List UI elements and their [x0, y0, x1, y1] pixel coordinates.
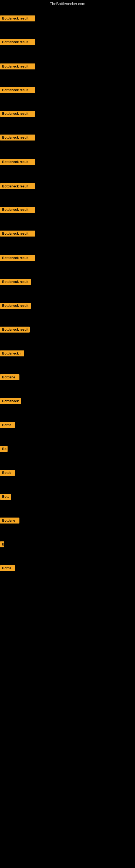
bottleneck-badge-container-8: Bottleneck result — [0, 183, 35, 190]
bottleneck-badge-container-17: Bottleneck — [0, 398, 21, 405]
bottleneck-result-badge[interactable]: Bottleneck result — [0, 87, 35, 93]
bottleneck-result-badge[interactable]: Bottleneck result — [0, 303, 31, 309]
bottleneck-result-badge[interactable]: Bottle — [0, 565, 15, 571]
bottleneck-badge-container-3: Bottleneck result — [0, 63, 35, 70]
bottleneck-result-badge[interactable]: Bottleneck result — [0, 39, 35, 45]
bottleneck-result-badge[interactable]: Bottleneck result — [0, 159, 35, 165]
bottleneck-result-badge[interactable]: Bottleneck result — [0, 111, 35, 117]
bottleneck-badge-container-10: Bottleneck result — [0, 230, 35, 238]
bottleneck-badge-container-21: Bott — [0, 494, 11, 501]
bottleneck-result-badge[interactable]: Bottleneck result — [0, 63, 35, 69]
bottleneck-badge-container-13: Bottleneck result — [0, 303, 31, 310]
bottleneck-result-badge[interactable]: Bott — [0, 494, 11, 500]
bottleneck-badge-container-4: Bottleneck result — [0, 87, 35, 94]
bottleneck-result-badge[interactable]: Bottleneck — [0, 398, 21, 404]
bottleneck-badge-container-14: Bottleneck result — [0, 327, 30, 334]
bottleneck-badge-container-20: Bottle — [0, 470, 15, 477]
bottleneck-badge-container-23: B — [0, 541, 4, 549]
bottleneck-badge-container-9: Bottleneck result — [0, 207, 35, 214]
bottleneck-result-badge[interactable]: Bottleneck result — [0, 134, 35, 141]
bottleneck-badge-container-7: Bottleneck result — [0, 159, 35, 166]
bottleneck-badge-container-1: Bottleneck result — [0, 16, 35, 23]
bottleneck-result-badge[interactable]: Bottleneck result — [0, 16, 35, 22]
bottleneck-result-badge[interactable]: Bottleneck r — [0, 350, 24, 356]
bottleneck-badge-container-22: Bottlene — [0, 518, 19, 525]
bottleneck-badge-container-12: Bottleneck result — [0, 279, 31, 286]
bottleneck-result-badge[interactable]: B — [0, 541, 4, 547]
bottleneck-result-badge[interactable]: Bottleneck result — [0, 207, 35, 213]
bottleneck-badge-container-19: Bo — [0, 446, 8, 453]
bottleneck-result-badge[interactable]: Bo — [0, 446, 8, 452]
bottleneck-badge-container-2: Bottleneck result — [0, 39, 35, 46]
bottleneck-badge-container-6: Bottleneck result — [0, 134, 35, 142]
bottleneck-badge-container-18: Bottle — [0, 422, 15, 429]
bottleneck-result-badge[interactable]: Bottleneck result — [0, 255, 35, 261]
bottleneck-badge-container-16: Bottlene — [0, 374, 19, 381]
bottleneck-result-badge[interactable]: Bottleneck result — [0, 327, 30, 333]
bottleneck-result-badge[interactable]: Bottlene — [0, 374, 19, 380]
bottleneck-result-badge[interactable]: Bottleneck result — [0, 279, 31, 285]
bottleneck-result-badge[interactable]: Bottleneck result — [0, 230, 35, 237]
bottleneck-badge-container-5: Bottleneck result — [0, 111, 35, 118]
bottleneck-result-badge[interactable]: Bottlene — [0, 518, 19, 524]
bottleneck-badge-container-24: Bottle — [0, 565, 15, 572]
bottleneck-badge-container-15: Bottleneck r — [0, 350, 24, 358]
bottleneck-badge-container-11: Bottleneck result — [0, 255, 35, 262]
site-title: TheBottlenecker.com — [0, 0, 135, 8]
bottleneck-result-badge[interactable]: Bottle — [0, 470, 15, 476]
bottleneck-result-badge[interactable]: Bottle — [0, 422, 15, 428]
bottleneck-result-badge[interactable]: Bottleneck result — [0, 183, 35, 189]
